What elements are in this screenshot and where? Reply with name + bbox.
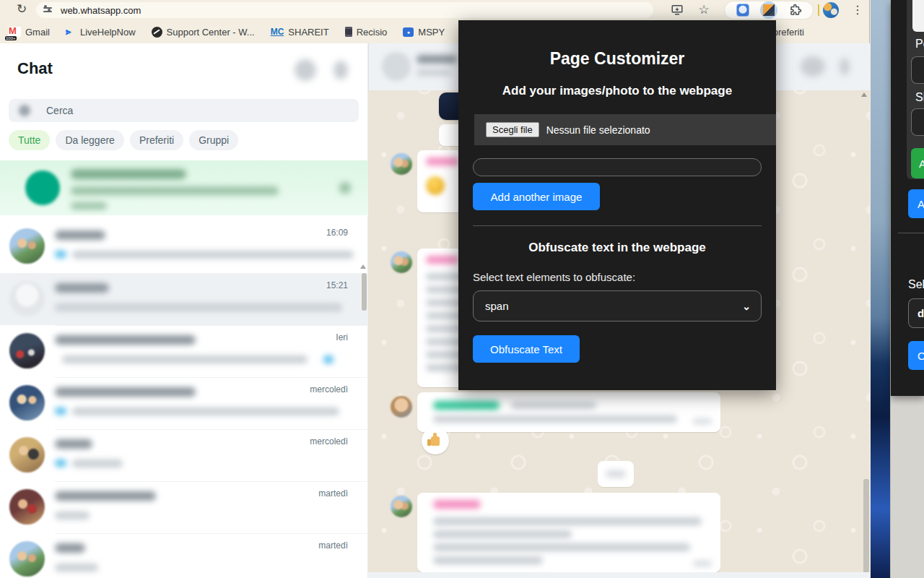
chat-menu-icon[interactable]: [840, 58, 850, 75]
profile-avatar[interactable]: [823, 2, 839, 18]
redacted-text: [55, 564, 98, 571]
menu-icon[interactable]: [334, 61, 348, 79]
redacted-text: [433, 517, 702, 525]
chat-list-item[interactable]: 15:21: [0, 273, 368, 325]
chat-list-item[interactable]: martedì: [0, 533, 368, 578]
redacted-text: [71, 169, 186, 179]
file-status-text: Nessun file selezionato: [546, 124, 650, 136]
chevron-down-icon: ⌄: [742, 301, 751, 312]
image-url-input[interactable]: [473, 158, 762, 176]
chat-time: 16:09: [326, 228, 348, 238]
chat-time: martedì: [318, 540, 348, 551]
obfuscate-heading: Obfuscate text in the webpage: [458, 241, 776, 255]
choose-file-button[interactable]: [912, 0, 924, 32]
address-bar[interactable]: web.whatsapp.com: [36, 2, 653, 18]
obfuscate-target-select[interactable]: d: [908, 298, 924, 328]
filter-gruppi[interactable]: Gruppi: [189, 130, 238, 150]
apply-button[interactable]: A: [911, 148, 924, 178]
search-icon: [19, 105, 30, 116]
filter-da-leggere[interactable]: Da leggere: [56, 130, 124, 150]
avatar: [9, 385, 45, 420]
chat-list-item[interactable]: mercoledì: [0, 377, 368, 429]
site-settings-icon[interactable]: [43, 5, 53, 15]
redacted-text: [417, 69, 451, 76]
gmail-icon: 100+: [8, 27, 21, 37]
bookmark-shareit[interactable]: MC SHAREIT: [271, 27, 329, 38]
search-in-chat-icon[interactable]: [801, 56, 825, 77]
browser-window-2: Po Si A A Sel d O: [890, 0, 924, 578]
bookmark-recisio[interactable]: Recisio: [345, 27, 388, 38]
sidebar-scrollbar[interactable]: [362, 273, 367, 311]
bookmark-livehelpnow[interactable]: ⪢ LiveHelpNow: [66, 27, 136, 38]
sender-avatar: [391, 251, 412, 273]
filter-preferiti[interactable]: Preferiti: [130, 130, 183, 150]
url-text[interactable]: web.whatsapp.com: [61, 5, 141, 16]
obfuscate-target-select[interactable]: span ⌄: [473, 290, 762, 322]
extensions-puzzle-icon[interactable]: [789, 4, 802, 17]
filter-tutte[interactable]: Tutte: [9, 130, 50, 150]
size-input[interactable]: [911, 108, 924, 136]
megaphone-icon: [25, 171, 60, 205]
redacted-text: [55, 283, 109, 293]
chrome-menu-icon[interactable]: ⋮: [852, 1, 863, 19]
avatar: [9, 281, 45, 316]
page-customizer-popup-2: Po Si A A Sel d O: [891, 0, 924, 396]
size-label: Si: [915, 91, 924, 104]
file-input[interactable]: Scegli file Nessun file selezionato: [474, 114, 776, 145]
add-another-image-button[interactable]: A: [908, 189, 924, 218]
pinned-extensions: [724, 1, 814, 20]
obfuscate-text-button[interactable]: O: [908, 341, 924, 370]
thumbs-up-reaction[interactable]: [422, 427, 449, 454]
page-customizer-popup: Page Customizer Add your images/photo to…: [458, 20, 776, 390]
advertise-banner[interactable]: [0, 160, 368, 215]
bookmark-gmail[interactable]: 100+ Gmail: [8, 27, 50, 38]
message-bubble[interactable]: [417, 493, 720, 572]
extension-icon-clock[interactable]: [736, 4, 749, 17]
chat-list-item[interactable]: Ieri: [0, 325, 368, 377]
chat-list-item[interactable]: mercoledì: [0, 429, 368, 481]
redacted-text: [433, 530, 572, 538]
read-ticks-icon: [55, 407, 66, 415]
search-input[interactable]: Cerca: [9, 99, 359, 122]
add-another-image-button[interactable]: Add another image: [473, 183, 600, 210]
date-separator: [598, 461, 634, 487]
avatar: [9, 541, 45, 577]
redacted-text: [433, 543, 690, 551]
redacted-sender-name: [426, 256, 459, 264]
position-input[interactable]: [911, 56, 924, 84]
bookmark-label: LiveHelpNow: [80, 27, 136, 38]
redacted-text: [55, 335, 196, 345]
obfuscate-text-button[interactable]: Obfuscate Text: [473, 335, 580, 363]
sidebar-scroll-up-arrow[interactable]: [360, 264, 366, 269]
bookmark-star-icon[interactable]: ☆: [697, 3, 711, 17]
install-app-icon[interactable]: [670, 3, 684, 17]
chat-time: martedì: [318, 488, 348, 499]
choose-file-button[interactable]: Scegli file: [486, 122, 539, 137]
redacted-text: [72, 407, 339, 415]
shareit-icon: MC: [271, 27, 284, 37]
redacted-text: [71, 202, 107, 210]
chevron-right-icon: [339, 182, 351, 194]
chat-list-item[interactable]: 16:09: [0, 220, 368, 272]
bookmark-label: SHAREIT: [288, 27, 328, 38]
message-bubble[interactable]: [417, 392, 720, 432]
chat-list-item[interactable]: martedì: [0, 481, 368, 533]
contact-avatar[interactable]: [382, 52, 411, 81]
bookmark-mspy[interactable]: ● MSPY: [403, 27, 445, 38]
reload-icon[interactable]: ↻: [14, 2, 29, 17]
redacted-text: [55, 491, 156, 501]
chat-filters: Tutte Da leggere Preferiti Gruppi: [9, 130, 238, 150]
bookmark-support-center[interactable]: Support Center - W...: [152, 27, 255, 38]
screen: ↻ web.whatsapp.com ☆ ⋮ 100+: [0, 0, 924, 578]
redacted-text: [72, 460, 123, 467]
new-chat-icon[interactable]: [295, 59, 316, 81]
redacted-text: [55, 439, 92, 449]
chat-scrollbar[interactable]: [863, 479, 869, 573]
bookmark-label: MSPY: [418, 27, 445, 38]
read-ticks-icon: [55, 251, 66, 258]
sender-avatar: [391, 496, 412, 517]
redacted-text: [511, 402, 596, 409]
extension-icon-page-customizer[interactable]: [760, 1, 777, 19]
chat-scroll-up-arrow[interactable]: [861, 92, 867, 97]
redacted-text: [71, 186, 279, 195]
